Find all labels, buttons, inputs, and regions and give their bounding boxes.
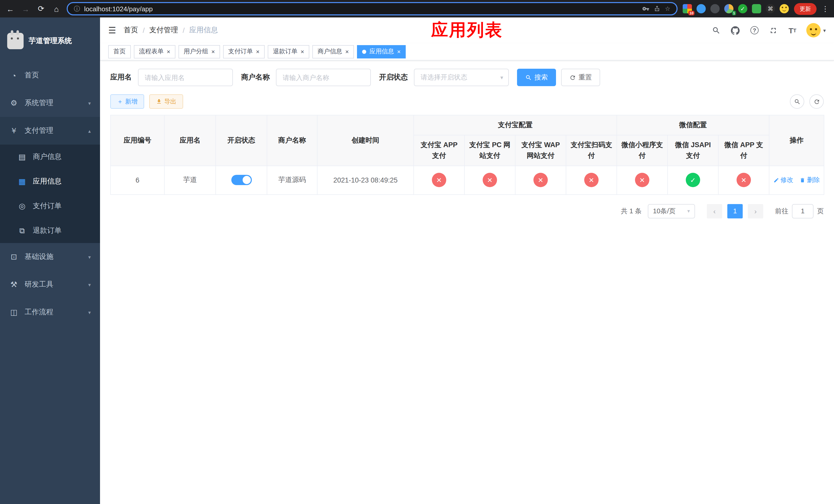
browser-update-button[interactable]: 更新 — [794, 3, 816, 15]
sidebar-toggle-icon[interactable]: ☰ — [108, 25, 116, 36]
app-logo — [7, 33, 24, 49]
close-icon[interactable]: × — [397, 48, 401, 54]
extension-dark-icon[interactable] — [710, 4, 720, 13]
goto-page-input[interactable] — [792, 204, 813, 219]
refresh-icon — [813, 98, 820, 105]
user-menu[interactable]: ▾ — [806, 23, 826, 38]
reset-button[interactable]: 重置 — [561, 69, 600, 86]
merchant-name-input[interactable] — [276, 69, 371, 86]
browser-chrome: ← → ⟳ ⌂ ⓘ localhost:1024/pay/app ☆ 10 1 … — [0, 0, 834, 18]
application-window: ← → ⟳ ⌂ ⓘ localhost:1024/pay/app ☆ 10 1 … — [0, 0, 834, 504]
close-icon[interactable]: × — [301, 48, 304, 54]
share-icon[interactable] — [654, 5, 661, 12]
browser-forward-icon[interactable]: → — [21, 4, 31, 13]
plus-icon: ＋ — [117, 97, 123, 106]
tab-home[interactable]: 首页 — [108, 45, 131, 58]
tab-process-form[interactable]: 流程表单× — [134, 45, 175, 58]
page-size-select[interactable]: 10条/页 ▾ — [648, 204, 695, 219]
status-label: 开启状态 — [379, 73, 408, 82]
close-icon[interactable]: × — [345, 48, 349, 54]
extension-grid-icon[interactable]: 10 — [683, 4, 692, 13]
delete-link[interactable]: 删除 — [800, 176, 820, 185]
order-icon: ◎ — [18, 202, 27, 211]
font-size-icon[interactable]: TT — [787, 25, 797, 36]
tab-refund-orders[interactable]: 退款订单× — [268, 45, 309, 58]
app-name-input[interactable] — [138, 69, 233, 86]
extension-avatar-icon[interactable]: 1 — [724, 4, 733, 13]
extension-blue-icon[interactable] — [697, 4, 706, 13]
next-page-button[interactable]: › — [748, 204, 763, 219]
sidebar-item-home[interactable]: ◔ 首页 — [0, 62, 100, 89]
sidebar-item-refund-orders[interactable]: ⧉ 退款订单 — [0, 219, 100, 243]
sidebar-item-workflow[interactable]: ◫ 工作流程 ▾ — [0, 298, 100, 326]
github-icon[interactable] — [730, 25, 741, 36]
browser-home-icon[interactable]: ⌂ — [51, 4, 62, 13]
search-icon[interactable] — [711, 25, 722, 36]
edit-link[interactable]: 修改 — [773, 176, 793, 185]
tab-user-group[interactable]: 用户分组× — [178, 45, 220, 58]
add-button[interactable]: ＋ 新增 — [110, 94, 144, 109]
sidebar-item-infrastructure[interactable]: ⊡ 基础设施 ▾ — [0, 243, 100, 271]
sidebar-item-payment-orders[interactable]: ◎ 支付订单 — [0, 194, 100, 219]
status-toggle[interactable] — [231, 175, 251, 185]
close-icon[interactable]: × — [211, 48, 215, 54]
yen-icon: ￥ — [9, 126, 19, 136]
tags-view-bar: 首页 流程表单× 用户分组× 支付订单× 退款订单× 商户信息× 应用信息× — [100, 43, 834, 61]
sidebar-item-payment[interactable]: ￥ 支付管理 ▴ — [0, 117, 100, 144]
sidebar-item-label: 退款订单 — [33, 226, 62, 235]
col-merchant: 商户名称 — [267, 115, 317, 166]
tab-merchant-info[interactable]: 商户信息× — [312, 45, 354, 58]
wechat-app-status-icon: ✕ — [737, 173, 751, 187]
search-button[interactable]: 搜索 — [517, 69, 556, 86]
url-text[interactable]: localhost:1024/pay/app — [84, 5, 638, 13]
sidebar-item-merchant-info[interactable]: ▤ 商户信息 — [0, 144, 100, 169]
breadcrumb-home[interactable]: 首页 — [124, 26, 138, 35]
sidebar-item-label: 支付管理 — [25, 126, 53, 135]
page-title: 应用列表 — [431, 19, 503, 42]
col-alipay-pc: 支付宝 PC 网站支付 — [464, 135, 515, 166]
close-icon[interactable]: × — [256, 48, 260, 54]
extension-chat-icon[interactable] — [752, 4, 761, 13]
browser-reload-icon[interactable]: ⟳ — [36, 4, 46, 13]
col-status: 开启状态 — [216, 115, 267, 166]
address-bar[interactable]: ⓘ localhost:1024/pay/app ☆ — [67, 2, 678, 15]
extension-badge: 10 — [688, 11, 695, 15]
sidebar-item-dev-tools[interactable]: ⚒ 研发工具 ▾ — [0, 271, 100, 298]
fullscreen-icon[interactable] — [768, 25, 778, 36]
breadcrumb-separator: / — [182, 26, 185, 35]
toggle-search-button[interactable] — [790, 94, 804, 109]
bookmark-star-icon[interactable]: ☆ — [665, 5, 671, 12]
goto-label: 前往 — [775, 207, 788, 216]
site-info-icon[interactable]: ⓘ — [74, 4, 80, 13]
export-button[interactable]: 导出 — [149, 94, 183, 109]
wechat-jsapi-status-icon: ✓ — [686, 173, 700, 187]
chevron-down-icon: ▾ — [88, 310, 91, 315]
sidebar-item-system[interactable]: ⚙ 系统管理 ▾ — [0, 89, 100, 117]
sidebar-item-label: 工作流程 — [25, 307, 53, 317]
close-icon[interactable]: × — [167, 48, 170, 54]
browser-back-icon[interactable]: ← — [5, 4, 15, 13]
status-select[interactable]: 请选择开启状态 ▾ — [414, 69, 509, 86]
tab-app-info[interactable]: 应用信息× — [357, 45, 406, 58]
page-1-button[interactable]: 1 — [727, 204, 743, 219]
extension-emoji-icon[interactable] — [780, 4, 789, 13]
avatar[interactable] — [806, 23, 821, 38]
table-row: 6 芋道 芋道源码 2021-10-23 08:49:25 ✕ ✕ ✕ ✕ ✕ … — [111, 166, 824, 194]
app-logo-link[interactable]: 芋道管理系统 — [0, 18, 100, 58]
password-key-icon[interactable] — [642, 5, 649, 12]
col-wechat-mini: 微信小程序支付 — [617, 135, 667, 166]
browser-menu-icon[interactable]: ⋮ — [822, 5, 829, 13]
help-icon[interactable]: ? — [749, 25, 760, 36]
wechat-mini-status-icon: ✕ — [635, 173, 649, 187]
active-dot-icon — [362, 49, 366, 53]
tab-payment-orders[interactable]: 支付订单× — [223, 45, 265, 58]
breadcrumb-current: 应用信息 — [189, 26, 218, 35]
extension-knot-icon[interactable]: ⌘ — [766, 4, 775, 13]
sidebar-item-label: 应用信息 — [33, 177, 62, 186]
extension-green-check-icon[interactable]: ✓ — [738, 4, 747, 13]
breadcrumb-payment[interactable]: 支付管理 — [149, 26, 178, 35]
prev-page-button[interactable]: ‹ — [707, 204, 722, 219]
status-select-placeholder: 请选择开启状态 — [421, 73, 467, 82]
refresh-table-button[interactable] — [809, 94, 824, 109]
sidebar-item-app-info[interactable]: ▦ 应用信息 — [0, 169, 100, 194]
